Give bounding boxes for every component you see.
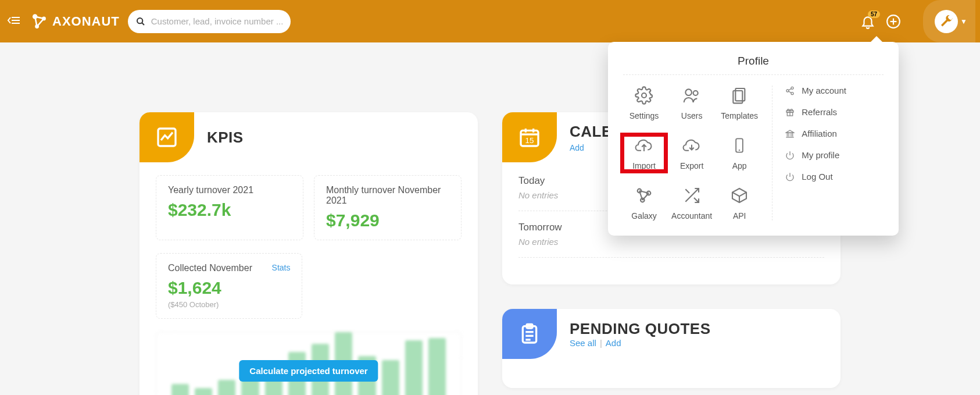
logo[interactable]: AXONAUT	[29, 12, 120, 31]
share-icon	[785, 86, 796, 95]
calendar-icon: 15	[502, 112, 557, 162]
kpis-card: KPIS Yearly turnover 2021 $232.7k Monthl…	[140, 112, 478, 395]
menu-settings[interactable]: Settings	[623, 86, 665, 120]
pending-quotes-card: PENDING QUOTES See all|Add	[502, 309, 840, 388]
search-icon	[136, 17, 145, 26]
kpis-title: KPIS	[207, 129, 244, 147]
kpi-yearly: Yearly turnover 2021 $232.7k	[156, 175, 303, 240]
kpis-icon	[140, 112, 194, 162]
menu-templates[interactable]: Templates	[718, 86, 760, 120]
link-referrals[interactable]: Referrals	[785, 107, 884, 117]
svg-point-24	[693, 91, 698, 95]
gift-icon	[785, 108, 796, 117]
logout-icon	[785, 172, 796, 182]
kpi-collected: Stats Collected November $1,624 ($450 Oc…	[156, 253, 302, 319]
svg-line-7	[142, 23, 144, 25]
kpi-monthly-value: $7,929	[326, 211, 449, 230]
logo-text: AXONAUT	[52, 14, 120, 29]
svg-line-42	[789, 91, 792, 93]
link-log-out[interactable]: Log Out	[785, 172, 884, 182]
notifications-count: 57	[868, 10, 880, 18]
quotes-title: PENDING QUOTES	[570, 320, 710, 338]
svg-line-36	[685, 189, 689, 193]
menu-api[interactable]: API	[718, 186, 760, 220]
svg-line-35	[694, 198, 699, 202]
svg-point-23	[685, 89, 692, 95]
kpi-stats-link[interactable]: Stats	[272, 263, 291, 272]
kpi-yearly-label: Yearly turnover 2021	[168, 185, 291, 195]
notifications-button[interactable]: 57	[860, 14, 875, 29]
power-icon	[785, 151, 796, 160]
top-bar: AXONAUT 57 ▼	[0, 0, 980, 42]
svg-point-39	[786, 90, 789, 92]
profile-dropdown: Profile Settings Users Templates Import …	[608, 42, 899, 236]
svg-point-38	[791, 87, 793, 89]
svg-point-6	[137, 18, 142, 23]
link-my-profile[interactable]: My profile	[785, 150, 884, 160]
menu-app[interactable]: App	[718, 136, 760, 170]
menu-export[interactable]: Export	[671, 136, 713, 170]
add-button[interactable]	[886, 14, 901, 29]
quotes-icon	[502, 309, 557, 359]
kpi-monthly: Monthly turnover November 2021 $7,929	[314, 175, 462, 240]
templates-icon	[730, 86, 749, 105]
search-box[interactable]	[128, 10, 291, 33]
mobile-icon	[731, 136, 747, 155]
link-affiliation[interactable]: Affiliation	[785, 129, 884, 138]
menu-users[interactable]: Users	[671, 86, 713, 120]
shuffle-icon	[682, 186, 701, 205]
svg-marker-46	[786, 130, 794, 133]
svg-text:15: 15	[525, 136, 534, 145]
svg-line-41	[789, 88, 792, 90]
kpi-yearly-value: $232.7k	[168, 200, 291, 220]
kpi-collected-value: $1,624	[168, 278, 290, 298]
kpi-collected-sub: ($450 October)	[168, 300, 290, 309]
box-icon	[730, 186, 749, 205]
topbar-actions: 57	[860, 14, 911, 29]
svg-point-22	[642, 93, 646, 98]
users-icon	[682, 86, 701, 105]
gear-icon	[635, 86, 653, 105]
quotes-add-link[interactable]: Add	[606, 338, 621, 348]
sidebar-toggle[interactable]	[7, 16, 21, 27]
cloud-download-icon	[682, 136, 702, 155]
wrench-icon	[935, 10, 958, 33]
search-input[interactable]	[151, 16, 282, 26]
profile-dropdown-title: Profile	[608, 55, 899, 67]
kpi-monthly-label: Monthly turnover November 2021	[326, 185, 449, 206]
menu-accountant[interactable]: Accountant	[671, 186, 713, 220]
link-my-account[interactable]: My account	[785, 86, 884, 95]
chevron-down-icon: ▼	[960, 17, 967, 26]
svg-point-40	[791, 92, 793, 94]
menu-galaxy[interactable]: Galaxy	[623, 186, 665, 220]
bank-icon	[785, 129, 796, 138]
galaxy-icon	[635, 186, 653, 205]
quotes-see-all-link[interactable]: See all	[570, 338, 596, 348]
calculate-turnover-button[interactable]: Calculate projected turnover	[239, 360, 378, 382]
calendar-tomorrow-empty: No entries	[518, 237, 824, 247]
cloud-upload-icon	[634, 136, 654, 155]
menu-import[interactable]: Import	[623, 136, 665, 170]
profile-menu-button[interactable]: ▼	[923, 0, 975, 42]
